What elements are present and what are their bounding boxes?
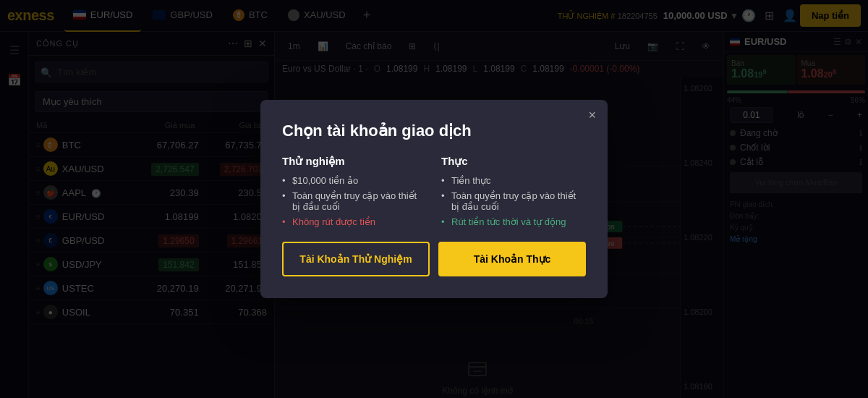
demo-feature-1: $10,000 tiền ảo xyxy=(282,175,427,186)
real-account-button[interactable]: Tài Khoản Thực xyxy=(438,242,586,276)
account-type-modal: × Chọn tài khoản giao dịch Thử nghiệm $1… xyxy=(260,100,608,298)
demo-col-title: Thử nghiệm xyxy=(282,155,427,168)
modal-close-button[interactable]: × xyxy=(588,109,596,122)
demo-column: Thử nghiệm $10,000 tiền ảo Toàn quyền tr… xyxy=(282,155,427,227)
demo-account-button[interactable]: Tài Khoản Thử Nghiệm xyxy=(282,242,430,276)
real-feature-1: Tiền thực xyxy=(441,175,586,186)
demo-features-list: $10,000 tiền ảo Toàn quyền truy cập vào … xyxy=(282,175,427,212)
modal-overlay[interactable]: × Chọn tài khoản giao dịch Thử nghiệm $1… xyxy=(0,0,868,398)
demo-warning: Không rút được tiền xyxy=(282,216,427,227)
real-column: Thực Tiền thực Toàn quyền truy cập vào t… xyxy=(441,155,586,227)
real-features-list: Tiền thực Toàn quyền truy cập vào thiết … xyxy=(441,175,586,212)
real-feature-2: Toàn quyền truy cập vào thiết bị đầu cuố… xyxy=(441,190,586,212)
demo-feature-2: Toàn quyền truy cập vào thiết bị đầu cuố… xyxy=(282,190,427,212)
modal-columns: Thử nghiệm $10,000 tiền ảo Toàn quyền tr… xyxy=(282,155,586,227)
real-col-title: Thực xyxy=(441,155,586,168)
modal-title: Chọn tài khoản giao dịch xyxy=(282,122,586,140)
modal-buttons: Tài Khoản Thử Nghiệm Tài Khoản Thực xyxy=(282,242,586,276)
real-success: Rút tiền tức thời và tự động xyxy=(441,216,586,227)
